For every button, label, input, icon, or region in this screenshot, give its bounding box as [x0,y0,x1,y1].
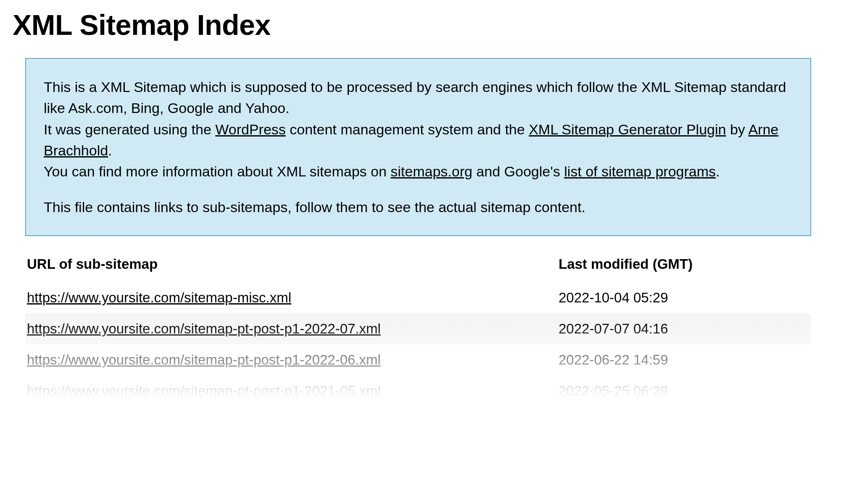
table-header-modified: Last modified (GMT) [557,252,811,282]
sitemaps-org-link[interactable]: sitemaps.org [390,163,472,179]
sitemap-link[interactable]: https://www.yoursite.com/sitemap-pt-post… [27,321,381,336]
table-row: https://www.yoursite.com/sitemap-misc.xm… [25,282,811,313]
table-row: https://www.yoursite.com/sitemap-pt-post… [25,344,811,375]
table-header-url: URL of sub-sitemap [25,252,557,282]
intro-text: Bing [131,100,160,116]
intro-paragraph-2: This file contains links to sub-sitemaps… [44,197,793,218]
intro-text: . [108,142,112,158]
intro-text: , [123,100,131,116]
intro-text: by [726,121,748,137]
sitemap-table: URL of sub-sitemap Last modified (GMT) h… [25,252,811,407]
wordpress-link[interactable]: WordPress [215,121,286,137]
modified-date: 2022-10-04 05:29 [557,282,811,313]
intro-text: . [285,100,289,116]
intro-text: . [716,163,720,179]
modified-date: 2022-05-25 06:28 [557,375,811,407]
table-row: https://www.yoursite.com/sitemap-pt-post… [25,375,811,407]
intro-text: Ask.com [69,100,123,116]
intro-text: and Google's [472,163,564,179]
sitemap-link[interactable]: https://www.yoursite.com/sitemap-pt-post… [27,383,381,399]
intro-text: Google [168,100,214,116]
table-row: https://www.yoursite.com/sitemap-pt-post… [25,313,811,344]
intro-box: This is a XML Sitemap which is supposed … [25,58,811,236]
intro-paragraph-1: This is a XML Sitemap which is supposed … [44,76,793,182]
sitemap-link[interactable]: https://www.yoursite.com/sitemap-misc.xm… [27,290,291,305]
intro-text: You can find more information about XML … [44,163,390,179]
google-list-link[interactable]: list of sitemap programs [564,163,716,179]
intro-text: It was generated using the [44,121,215,137]
intro-text: Yahoo [245,100,285,116]
plugin-link[interactable]: XML Sitemap Generator Plugin [529,121,726,137]
sitemap-link[interactable]: https://www.yoursite.com/sitemap-pt-post… [27,352,381,368]
page-title: XML Sitemap Index [13,8,836,41]
modified-date: 2022-06-22 14:59 [557,344,811,375]
intro-text: , [160,100,168,116]
modified-date: 2022-07-07 04:16 [557,313,811,344]
intro-text: content management system and the [286,121,529,137]
intro-text: and [214,100,245,116]
